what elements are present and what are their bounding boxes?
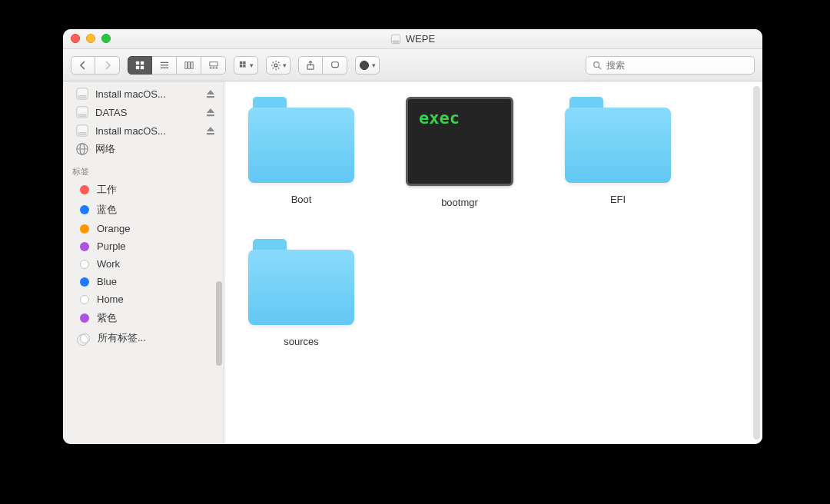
file-name-label: Boot [291,194,312,205]
sidebar-tag[interactable]: 紫色 [63,308,224,328]
tag-button[interactable] [323,56,347,75]
svg-rect-10 [188,61,190,68]
eject-icon[interactable] [205,88,216,99]
file-name-label: sources [284,336,319,347]
sidebar-tag[interactable]: 工作 [63,180,224,200]
globe-icon [75,142,89,156]
sidebar-item-label: Home [97,293,124,305]
sidebar-item-label: 工作 [97,183,117,197]
sidebar-tag[interactable]: Orange [63,220,224,237]
all-tags-icon [80,333,90,343]
gear-icon [271,60,281,71]
sidebar-tag[interactable]: Work [63,255,224,273]
icon-view-button[interactable] [128,56,152,75]
forward-button[interactable] [95,56,120,75]
svg-line-31 [599,66,601,68]
action-button[interactable]: ▾ [266,56,290,75]
file-grid: BootexecbootmgrEFIsources [224,81,762,444]
svg-rect-7 [160,65,168,65]
toolbar: ▾ ▾ ▾ [63,49,762,81]
file-item[interactable]: Boot [240,97,363,208]
tag-dot-icon [80,224,89,234]
privacy-icon [360,61,369,70]
sidebar-scrollbar[interactable] [216,281,222,366]
svg-rect-40 [207,133,214,134]
chevron-down-icon: ▾ [372,61,376,69]
tag-dot-icon [80,277,89,287]
chevron-down-icon: ▾ [283,61,287,69]
file-item[interactable]: execbootmgr [398,97,521,208]
svg-rect-37 [207,114,214,116]
sidebar-network[interactable]: 网络 [63,140,224,158]
arrange-button[interactable]: ▾ [234,56,258,75]
zoom-window-button[interactable] [101,34,111,43]
svg-rect-5 [141,65,144,68]
volume-icon [390,34,401,45]
tag-dot-icon [80,313,89,323]
sidebar-all-tags[interactable]: 所有标签... [63,328,224,348]
svg-line-28 [278,61,279,62]
sidebar-tag[interactable]: 蓝色 [63,200,224,220]
share-button[interactable] [298,56,323,75]
sidebar-device[interactable]: DATAS [63,103,224,121]
search-field[interactable] [586,56,755,75]
svg-rect-11 [191,61,193,68]
search-input[interactable] [606,60,748,71]
columns-icon [184,61,194,70]
chevron-right-icon [103,61,112,70]
tag-dot-icon [80,242,89,251]
svg-line-26 [278,68,279,68]
sidebar-item-label: 蓝色 [97,203,117,217]
file-item[interactable]: sources [240,239,363,347]
svg-rect-33 [78,96,86,98]
svg-rect-36 [78,114,86,117]
minimize-window-button[interactable] [86,34,95,43]
share-icon [306,61,315,70]
tag-dot-icon [80,260,89,269]
svg-rect-3 [141,61,144,64]
sidebar-section-tags: 标签 [63,158,224,180]
share-tag-group [298,56,347,75]
tag-icon [330,61,340,70]
svg-rect-17 [243,61,245,63]
sidebar-tag[interactable]: Purple [63,237,224,255]
chevron-left-icon [78,61,88,70]
svg-rect-39 [78,133,86,135]
svg-rect-13 [209,67,211,68]
list-view-button[interactable] [152,56,177,75]
sidebar-item-label: 网络 [95,142,216,156]
svg-point-30 [594,61,599,67]
gallery-view-button[interactable] [201,56,226,75]
sidebar-device[interactable]: Install macOS... [63,85,224,103]
sidebar-device[interactable]: Install macOS... [63,121,224,140]
svg-rect-16 [239,61,241,63]
arrange-icon [239,61,248,70]
file-item[interactable]: EFI [556,97,679,208]
window-body: Install macOS...DATASInstall macOS... 网络… [63,81,762,444]
sidebar-item-label: Work [97,258,120,270]
close-window-button[interactable] [71,34,80,43]
eject-icon[interactable] [205,125,216,136]
sidebar-item-label: Blue [97,276,117,287]
sidebar-tag[interactable]: Blue [63,273,224,290]
eject-icon[interactable] [205,107,216,118]
content-scrollbar[interactable] [753,86,760,439]
folder-icon [248,97,354,183]
svg-rect-8 [160,67,168,68]
exec-file-icon: exec [406,97,513,186]
sidebar-item-label: DATAS [95,107,199,118]
folder-icon [565,97,671,183]
folder-icon [248,239,354,325]
sidebar-tag[interactable]: Home [63,290,224,308]
disk-icon [75,87,89,101]
sidebar-item-label: Install macOS... [95,88,199,100]
sidebar-item-label: Purple [97,240,126,252]
tag-dot-icon [80,295,89,304]
svg-rect-14 [212,67,214,68]
window-title: WEPE [390,33,435,45]
column-view-button[interactable] [177,56,201,75]
privacy-button[interactable]: ▾ [355,56,380,75]
sidebar: Install macOS...DATASInstall macOS... 网络… [63,81,224,444]
back-button[interactable] [71,56,95,75]
nav-buttons [71,56,120,75]
